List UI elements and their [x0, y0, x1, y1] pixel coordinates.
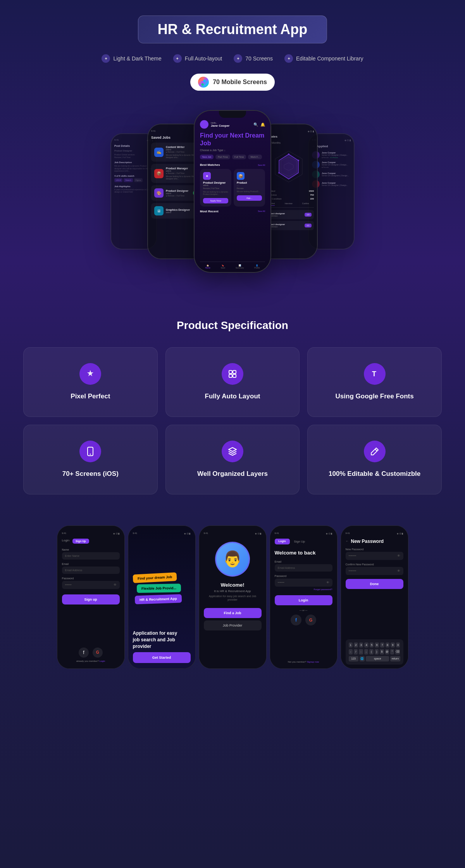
product-spec-section: Product Specification Pixel Perfect Full… [0, 296, 465, 510]
spec-card-pixel-perfect: Pixel Perfect [23, 347, 158, 417]
bottom-phone-signup: 9:41 ◈ ⊡ ▮ Login Sign Up Name Enter Name… [57, 525, 125, 669]
badges-row: ✦ Light & Dark Theme ✦ Full Auto-layout … [8, 54, 457, 63]
bottom-phone-newpassword: 9:41 ◈ ⊡ ▮ ← New Password New Password •… [341, 525, 408, 669]
svg-rect-13 [229, 374, 232, 377]
svg-point-17 [90, 453, 91, 455]
svg-rect-12 [233, 370, 236, 374]
bottom-phone-login: 9:41 ◈ ⊡ ▮ Login Sign Up Welcome to back… [270, 525, 338, 669]
hero-text: Find your Next Dream Job [200, 132, 265, 147]
header: HR & Recruitment App ✦ Light & Dark Them… [0, 0, 465, 106]
spec-label-layers: Well Organized Layers [197, 469, 268, 479]
spec-card-auto-layout: Fully Auto Layout [165, 347, 300, 417]
phone-center: Hello, Jane Cooper 🔍 🔔 Find your Next Dr… [194, 110, 271, 273]
figma-icon [198, 77, 209, 88]
auto-layout-icon [222, 363, 243, 385]
badge-component: ✦ Editable Component Library [284, 54, 363, 63]
user-name: Jane Cooper [211, 124, 229, 127]
badge-icon-1: ✦ [102, 54, 110, 63]
screens-icon [79, 441, 101, 462]
spec-label-editable: 100% Editable & Customizble [329, 469, 420, 479]
pixel-perfect-icon [79, 363, 101, 385]
badge-icon-4: ✦ [284, 54, 293, 63]
spec-label-pixel-perfect: Pixel Perfect [71, 392, 110, 401]
svg-text:T: T [372, 370, 376, 378]
spec-card-editable: 100% Editable & Customizble [307, 425, 442, 494]
spec-label-fonts: Using Google Free Fonts [336, 392, 414, 401]
svg-point-10 [278, 172, 280, 174]
section-title: Product Specification [23, 319, 442, 332]
bottom-phone-splash: 9:41 ◈ ⊡ ▮ Find your dream Job Flexible … [128, 525, 196, 669]
spec-card-screens: 70+ Screens (iOS) [23, 425, 158, 494]
svg-rect-11 [229, 370, 232, 374]
title-box: HR & Recruitment App [138, 16, 327, 43]
badge-light-dark: ✦ Light & Dark Theme [102, 54, 161, 63]
badge-icon-3: ✦ [234, 54, 242, 63]
spec-grid: Pixel Perfect Fully Auto Layout T Using [23, 347, 442, 494]
page-title: HR & Recruitment App [158, 21, 308, 38]
spec-label-auto-layout: Fully Auto Layout [205, 392, 260, 401]
badge-label-1: Light & Dark Theme [113, 55, 161, 62]
screens-pill: 70 Mobile Screens [190, 74, 275, 91]
badge-icon-2: ✦ [173, 54, 182, 63]
badge-screens: ✦ 70 Screens [234, 54, 273, 63]
phone-showcase: 9:41◈ ⊡ ▮ Post Details Product Designer … [0, 106, 465, 296]
screens-pill-label: 70 Mobile Screens [213, 79, 267, 86]
svg-point-9 [298, 160, 299, 161]
spec-card-layers: Well Organized Layers [165, 425, 300, 494]
badge-label-3: 70 Screens [245, 55, 273, 62]
badge-label-4: Editable Component Library [296, 55, 363, 62]
spec-card-fonts: T Using Google Free Fonts [307, 347, 442, 417]
svg-point-2 [202, 81, 204, 83]
editable-icon [364, 441, 386, 462]
bottom-phone-welcome: 9:41 ◈ ⊡ ▮ 👨 Welcome! It is HR & Recruit… [199, 525, 267, 669]
svg-point-3 [202, 83, 204, 86]
badge-label-2: Full Auto-layout [185, 55, 222, 62]
svg-point-8 [288, 153, 289, 155]
bottom-screens: 9:41 ◈ ⊡ ▮ Login Sign Up Name Enter Name… [0, 510, 465, 680]
fonts-icon: T [364, 363, 386, 385]
svg-rect-14 [233, 374, 236, 377]
badge-auto-layout: ✦ Full Auto-layout [173, 54, 222, 63]
spec-label-screens: 70+ Screens (iOS) [62, 469, 119, 479]
layers-icon [222, 441, 243, 462]
svg-marker-7 [279, 154, 298, 179]
